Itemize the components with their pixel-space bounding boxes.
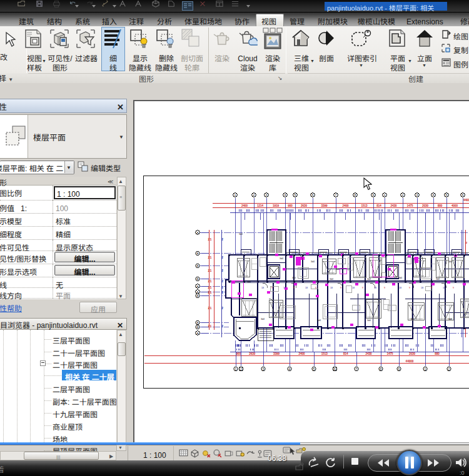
svg-text:1: 1 [384, 193, 386, 197]
svg-text:18: 18 [305, 287, 308, 289]
svg-text:18: 18 [330, 287, 333, 289]
svg-text:3d4: 3d4 [261, 318, 265, 320]
svg-text:2: 2 [221, 306, 223, 310]
svg-text:900: 900 [288, 204, 293, 207]
svg-text:2400: 2400 [241, 204, 248, 207]
svg-text:3d4: 3d4 [411, 318, 415, 320]
svg-text:4000: 4000 [451, 204, 458, 207]
svg-text:9: 9 [453, 287, 454, 289]
svg-text:21: 21 [208, 324, 212, 328]
svg-text:9: 9 [293, 287, 295, 289]
svg-text:21: 21 [208, 290, 212, 294]
svg-text:A: A [197, 264, 199, 267]
svg-text:880: 880 [435, 352, 440, 355]
svg-text:3d4: 3d4 [280, 257, 283, 260]
svg-text:18: 18 [374, 287, 376, 289]
svg-text:880: 880 [438, 204, 443, 207]
svg-text:2: 2 [448, 367, 450, 371]
svg-text:9: 9 [398, 367, 400, 371]
svg-text:3d4: 3d4 [367, 278, 371, 280]
svg-text:3399: 3399 [321, 204, 328, 207]
svg-text:6: 6 [462, 193, 464, 197]
svg-text:6: 6 [312, 193, 314, 197]
svg-text:A: A [197, 332, 199, 335]
svg-text:3d4: 3d4 [239, 233, 243, 236]
svg-text:1475: 1475 [406, 204, 413, 207]
svg-text:3d4: 3d4 [311, 260, 315, 263]
svg-text:2630: 2630 [301, 204, 308, 207]
svg-text:3: 3 [263, 367, 265, 371]
svg-text:A: A [197, 294, 199, 297]
svg-text:2: 2 [221, 279, 223, 283]
svg-text:1: 1 [425, 367, 426, 371]
svg-text:2400: 2400 [298, 352, 305, 355]
svg-text:9: 9 [340, 287, 341, 289]
svg-text:5: 5 [313, 367, 315, 371]
svg-text:8: 8 [355, 193, 356, 197]
svg-text:21: 21 [208, 306, 212, 310]
svg-text:7: 7 [335, 193, 337, 197]
svg-text:9: 9 [271, 287, 273, 289]
svg-text:18: 18 [283, 287, 286, 289]
svg-text:1214: 1214 [257, 204, 264, 207]
svg-text:2: 2 [253, 193, 255, 197]
svg-text:2: 2 [221, 269, 223, 272]
svg-text:9: 9 [373, 193, 375, 197]
svg-text:2: 2 [402, 193, 404, 197]
svg-text:18: 18 [261, 287, 264, 289]
svg-text:2: 2 [221, 285, 223, 289]
svg-text:1: 1 [234, 193, 236, 197]
svg-text:3d4: 3d4 [448, 260, 452, 263]
svg-text:2: 2 [221, 290, 223, 294]
svg-text:4400: 4400 [463, 199, 469, 202]
svg-text:1513: 1513 [361, 204, 368, 207]
svg-text:18: 18 [421, 287, 423, 289]
svg-text:2430: 2430 [365, 352, 372, 355]
svg-text:3d4: 3d4 [367, 319, 371, 322]
svg-text:A: A [197, 285, 199, 288]
svg-text:21: 21 [208, 269, 212, 272]
svg-text:5: 5 [446, 193, 448, 197]
svg-text:3d4: 3d4 [247, 280, 251, 283]
svg-text:3d4: 3d4 [398, 277, 402, 279]
svg-text:6: 6 [334, 367, 336, 371]
svg-text:3d4: 3d4 [436, 278, 440, 280]
svg-text:2630: 2630 [249, 352, 256, 355]
svg-text:A: A [197, 277, 199, 280]
svg-text:A: A [197, 325, 199, 329]
svg-text:3: 3 [266, 193, 268, 197]
svg-text:3399: 3399 [273, 352, 280, 355]
svg-text:A: A [197, 290, 199, 294]
svg-text:3: 3 [416, 193, 418, 197]
svg-text:2: 2 [221, 324, 223, 328]
svg-text:A: A [197, 231, 199, 234]
svg-text:5: 5 [295, 193, 296, 197]
svg-text:2: 2 [240, 367, 242, 371]
svg-text:18: 18 [443, 287, 445, 289]
svg-text:9: 9 [315, 287, 316, 289]
svg-text:2400: 2400 [342, 204, 349, 207]
svg-text:3d4: 3d4 [448, 318, 452, 320]
svg-text:3d4: 3d4 [336, 268, 340, 270]
svg-text:21: 21 [208, 237, 212, 241]
svg-text:4: 4 [289, 367, 291, 371]
svg-text:7: 7 [356, 367, 358, 371]
svg-text:2: 2 [221, 237, 223, 241]
svg-text:9: 9 [409, 287, 410, 289]
svg-text:2030: 2030 [409, 352, 416, 355]
svg-text:3d4: 3d4 [317, 319, 321, 322]
svg-text:18: 18 [399, 287, 401, 289]
svg-text:21: 21 [208, 255, 212, 259]
svg-text:2030: 2030 [422, 204, 429, 207]
svg-text:44000: 44000 [406, 360, 414, 363]
svg-text:1513: 1513 [321, 352, 328, 355]
svg-text:900: 900 [236, 352, 241, 355]
svg-text:9: 9 [362, 287, 363, 289]
svg-text:3d4: 3d4 [330, 278, 333, 280]
svg-text:18: 18 [352, 287, 355, 289]
svg-text:1919: 1919 [273, 204, 280, 207]
svg-text:1475: 1475 [386, 352, 393, 355]
svg-text:4: 4 [433, 193, 435, 197]
svg-text:2430: 2430 [390, 204, 397, 207]
svg-text:9: 9 [431, 287, 432, 289]
